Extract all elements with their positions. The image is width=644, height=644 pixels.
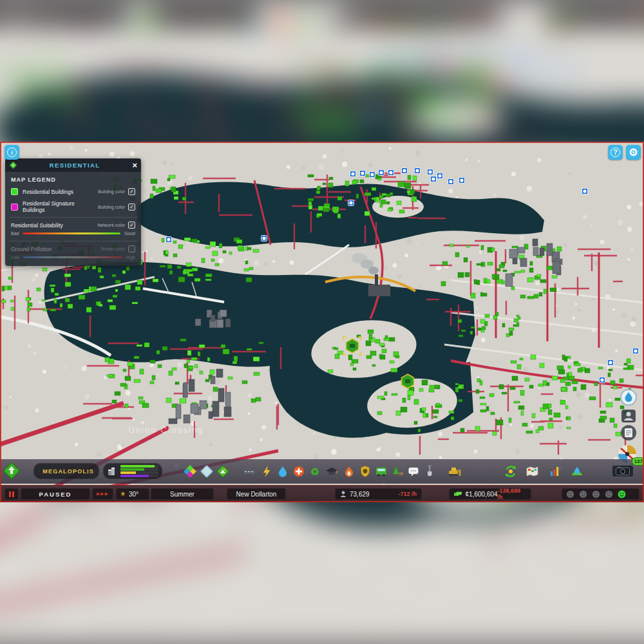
transit-stop-marker[interactable] bbox=[348, 200, 354, 206]
demand-bar bbox=[120, 475, 158, 477]
legend-row-label: Ground Pollution bbox=[11, 246, 100, 252]
divider bbox=[9, 241, 137, 242]
medical-cross-icon bbox=[292, 464, 306, 478]
economy-button[interactable] bbox=[501, 462, 520, 481]
landscaping-button[interactable] bbox=[213, 462, 232, 481]
demand-bar bbox=[120, 471, 158, 474]
bulldozer-button[interactable] bbox=[445, 462, 464, 481]
transit-stop-marker[interactable] bbox=[633, 348, 639, 354]
scale-max-label: Good bbox=[124, 231, 135, 236]
transit-stop-marker[interactable] bbox=[415, 168, 421, 174]
population-widget[interactable]: 73,629 -712 /h bbox=[335, 488, 422, 500]
divider bbox=[9, 217, 137, 218]
harbor-notification-icon[interactable] bbox=[621, 390, 636, 405]
district-label: Union Crossing bbox=[129, 425, 204, 435]
shovel-icon bbox=[422, 464, 437, 478]
legend-title: RESIDENTIAL bbox=[17, 162, 132, 169]
game-screenshot: Union Crossing i ? ⚙ RESIDENTIAL × MAP L… bbox=[0, 142, 644, 502]
transit-stop-marker[interactable] bbox=[459, 178, 465, 184]
infoviews-button[interactable]: i bbox=[5, 145, 19, 160]
bus-icon bbox=[374, 464, 388, 478]
stage: Union Crossing i ? ⚙ RESIDENTIAL × MAP L… bbox=[0, 0, 644, 644]
transit-stop-marker[interactable] bbox=[370, 172, 375, 178]
residential-icon bbox=[9, 161, 17, 169]
money-icon bbox=[454, 491, 462, 497]
districts-icon bbox=[200, 464, 214, 478]
transit-stop-marker[interactable] bbox=[448, 179, 454, 185]
transit-stop-marker[interactable] bbox=[166, 237, 172, 243]
population-rate: -712 /h bbox=[398, 491, 417, 497]
happiness-face-active-icon bbox=[618, 490, 626, 498]
milestone-icon bbox=[0, 459, 23, 482]
demand-indicator[interactable] bbox=[103, 463, 162, 479]
weather-widget[interactable]: ☀ 30° bbox=[116, 488, 149, 500]
citizen-notification-icon[interactable] bbox=[621, 410, 636, 422]
photo-mode-button[interactable] bbox=[612, 465, 634, 477]
checkbox[interactable] bbox=[128, 245, 135, 252]
journal-notification-icon[interactable] bbox=[621, 425, 636, 440]
bar-chart-icon bbox=[547, 464, 562, 478]
legend-section-title: MAP LEGEND bbox=[5, 172, 141, 185]
legend-row-source: Building color bbox=[98, 205, 125, 209]
happiness-widget[interactable] bbox=[562, 488, 639, 500]
transit-stop-marker[interactable] bbox=[350, 171, 356, 177]
environment-icon bbox=[570, 464, 584, 478]
season-label: Summer bbox=[170, 491, 194, 498]
demand-bar bbox=[120, 465, 158, 468]
season-widget: Summer bbox=[151, 488, 214, 500]
zoning-icon bbox=[183, 464, 197, 478]
sun-icon: ☀ bbox=[120, 490, 126, 498]
transit-stop-marker[interactable] bbox=[388, 170, 394, 176]
happiness-face-icon bbox=[605, 490, 613, 498]
money-amount: ¢1,600,604 bbox=[466, 491, 498, 498]
checkbox[interactable]: ✓ bbox=[128, 188, 135, 195]
terraforming-button[interactable] bbox=[420, 462, 439, 481]
help-button[interactable]: ? bbox=[608, 145, 623, 160]
transit-stop-marker[interactable] bbox=[379, 170, 384, 176]
gear-icon: ⚙ bbox=[629, 146, 638, 158]
demand-building-icon bbox=[107, 466, 117, 477]
close-icon[interactable]: × bbox=[132, 161, 137, 169]
transit-stop-marker[interactable] bbox=[608, 360, 614, 366]
city-name-widget[interactable]: New Dollarton bbox=[227, 488, 286, 500]
legend-row-ground-pollution: Ground Pollution Terrain color bbox=[5, 243, 141, 255]
speed-control[interactable]: ▶▶▶ bbox=[92, 488, 113, 500]
police-shield-icon bbox=[358, 464, 372, 478]
transit-stop-marker[interactable] bbox=[402, 168, 408, 174]
pause-button[interactable] bbox=[5, 488, 19, 500]
legend-row-source: Terrain color bbox=[100, 247, 125, 251]
transit-stop-marker[interactable] bbox=[582, 189, 588, 194]
help-icon: ? bbox=[611, 147, 620, 157]
education-button[interactable] bbox=[322, 462, 341, 481]
legend-row-label: Residential Buildings bbox=[23, 189, 98, 195]
settings-button[interactable]: ⚙ bbox=[626, 145, 641, 160]
paused-label: PAUSED bbox=[39, 491, 72, 498]
legend-row-source: Network color bbox=[97, 223, 125, 227]
camera-icon bbox=[616, 467, 630, 475]
city-name: New Dollarton bbox=[236, 491, 277, 498]
milestone-button[interactable]: 137 bbox=[0, 459, 23, 482]
happiness-face-icon bbox=[566, 490, 574, 498]
pause-icon bbox=[9, 491, 14, 497]
transit-stop-marker[interactable] bbox=[600, 377, 605, 383]
money-widget[interactable]: ¢1,600,604 -138,699 /h bbox=[449, 488, 531, 500]
roads-button[interactable] bbox=[240, 462, 259, 481]
checkbox[interactable]: ✓ bbox=[128, 204, 135, 211]
city-statistics-button[interactable] bbox=[545, 462, 564, 481]
transit-stop-marker[interactable] bbox=[360, 171, 366, 176]
legend-row-residential-buildings: Residential Buildings Building color ✓ bbox=[5, 185, 141, 198]
transit-stop-marker[interactable] bbox=[437, 173, 443, 179]
scale-min-label: Low bbox=[11, 255, 19, 260]
graduation-cap-icon bbox=[325, 464, 339, 478]
lightning-icon bbox=[260, 464, 274, 478]
transit-stop-marker[interactable] bbox=[431, 176, 437, 182]
checkbox[interactable]: ✓ bbox=[128, 222, 135, 229]
milestone-name-pill[interactable]: MEGALOPOLIS bbox=[33, 463, 99, 479]
main-toolbar: 137 MEGALOPOLIS bbox=[0, 459, 644, 484]
svg-text:Union Crossing: Union Crossing bbox=[0, 506, 111, 522]
transit-stop-marker[interactable] bbox=[261, 236, 267, 242]
transit-stop-marker[interactable] bbox=[428, 169, 433, 175]
info-views-button[interactable] bbox=[522, 462, 542, 481]
right-rail bbox=[618, 389, 639, 466]
environment-button[interactable] bbox=[567, 462, 587, 481]
